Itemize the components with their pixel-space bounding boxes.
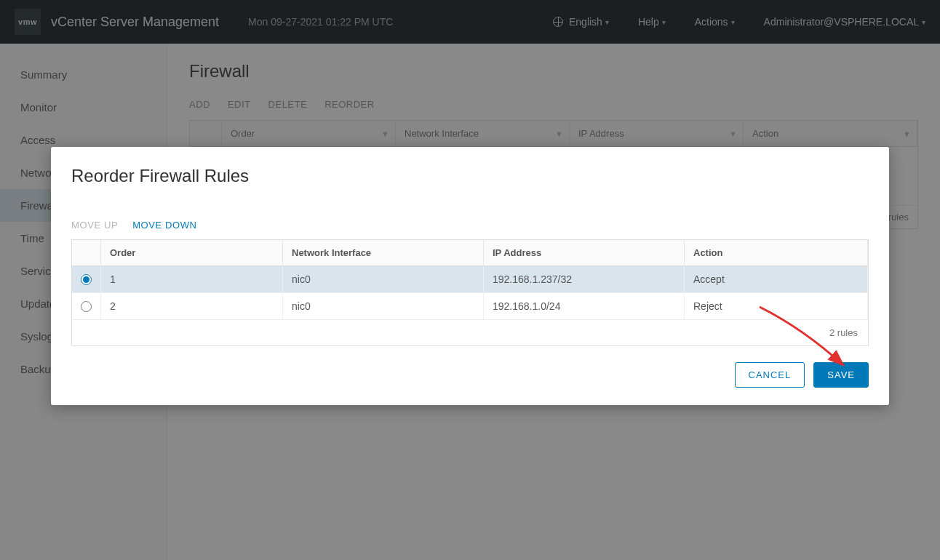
cell-order: 2 bbox=[101, 293, 283, 319]
move-up-button: MOVE UP bbox=[71, 220, 118, 231]
cell-ip: 192.168.1.0/24 bbox=[484, 293, 685, 319]
cell-nic: nic0 bbox=[283, 293, 484, 319]
modal-overlay: Reorder Firewall Rules MOVE UP MOVE DOWN… bbox=[0, 0, 940, 560]
table-row[interactable]: 2 nic0 192.168.1.0/24 Reject bbox=[72, 293, 868, 320]
row-radio-cell bbox=[72, 293, 101, 319]
move-down-button[interactable]: MOVE DOWN bbox=[132, 220, 196, 231]
cell-ip: 192.168.1.237/32 bbox=[484, 266, 685, 292]
reorder-column-ip: IP Address bbox=[484, 240, 685, 265]
reorder-toolbar: MOVE UP MOVE DOWN bbox=[71, 220, 869, 231]
cell-action: Reject bbox=[685, 293, 868, 319]
table-row[interactable]: 1 nic0 192.168.1.237/32 Accept bbox=[72, 266, 868, 293]
reorder-table: Order Network Interface IP Address Actio… bbox=[71, 239, 869, 346]
cell-action: Accept bbox=[685, 266, 868, 292]
row-radio-cell bbox=[72, 266, 101, 292]
reorder-column-order: Order bbox=[101, 240, 283, 265]
dialog-title: Reorder Firewall Rules bbox=[71, 166, 869, 186]
cell-order: 1 bbox=[101, 266, 283, 292]
row-radio[interactable] bbox=[81, 274, 92, 285]
reorder-table-header: Order Network Interface IP Address Actio… bbox=[72, 240, 868, 266]
cancel-button[interactable]: CANCEL bbox=[735, 362, 805, 388]
dialog-actions: CANCEL SAVE bbox=[71, 362, 869, 388]
radio-column-header bbox=[72, 240, 101, 265]
reorder-column-action: Action bbox=[685, 240, 868, 265]
reorder-column-nic: Network Interface bbox=[283, 240, 484, 265]
reorder-table-footer: 2 rules bbox=[72, 320, 868, 345]
reorder-firewall-rules-dialog: Reorder Firewall Rules MOVE UP MOVE DOWN… bbox=[51, 147, 889, 405]
save-button[interactable]: SAVE bbox=[813, 362, 869, 388]
cell-nic: nic0 bbox=[283, 266, 484, 292]
row-radio[interactable] bbox=[81, 301, 92, 312]
